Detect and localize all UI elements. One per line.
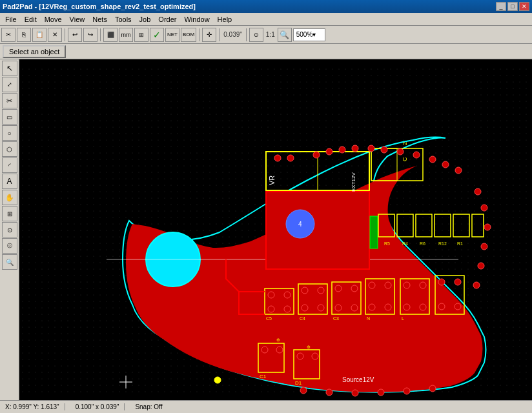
arc-tool-button[interactable]: ◜	[2, 157, 17, 173]
zoom-tool-button[interactable]: 🔍	[2, 254, 17, 270]
delete-button[interactable]: ✕	[48, 28, 62, 42]
svg-point-83	[455, 167, 462, 174]
svg-text:4: 4	[298, 221, 302, 228]
move-button[interactable]: ✛	[202, 28, 216, 42]
svg-point-30	[268, 306, 274, 312]
svg-rect-15	[370, 216, 378, 248]
svg-text:C5: C5	[266, 316, 272, 321]
svg-point-41	[351, 285, 358, 292]
svg-point-42	[335, 305, 342, 311]
svg-text:R5: R5	[384, 241, 390, 246]
menu-view[interactable]: View	[66, 14, 89, 25]
scissors-tool-button[interactable]: ✂	[2, 93, 17, 108]
svg-point-77	[368, 145, 374, 152]
zoom-in-button[interactable]: 🔍	[278, 28, 292, 42]
menu-edit[interactable]: Edit	[21, 14, 41, 25]
svg-point-28	[268, 292, 274, 298]
layers-button[interactable]: ⊞	[2, 206, 17, 221]
grid-button[interactable]: ⊞	[134, 28, 148, 42]
zoom-dropdown[interactable]: 500% ▾	[293, 28, 325, 41]
svg-point-37	[318, 305, 324, 311]
text-tool-button[interactable]: A	[2, 174, 17, 189]
svg-point-82	[442, 161, 449, 168]
svg-point-36	[302, 305, 308, 311]
svg-point-54	[404, 304, 410, 310]
hand-tool-button[interactable]: ✋	[2, 190, 17, 205]
svg-text:EXT12V: EXT12V	[351, 172, 356, 192]
svg-point-59	[455, 279, 461, 285]
close-button[interactable]: ✕	[519, 2, 529, 11]
maximize-button[interactable]: □	[507, 2, 518, 11]
size-section: 0.100" x 0.039"	[76, 403, 125, 410]
svg-point-60	[438, 303, 445, 310]
svg-point-94	[404, 388, 410, 394]
svg-text:D1: D1	[295, 380, 302, 386]
svg-point-92	[352, 390, 358, 396]
svg-point-71	[274, 155, 281, 161]
svg-point-64	[276, 347, 283, 353]
svg-point-35	[318, 287, 324, 294]
cut-button[interactable]: ✂	[1, 28, 15, 42]
svg-point-96	[214, 377, 221, 383]
paste-button[interactable]: 📋	[32, 28, 46, 42]
pcb-canvas[interactable]: 4 C2 VR EXT12V	[19, 59, 532, 400]
svg-text:R4: R4	[402, 241, 408, 246]
menu-job[interactable]: Job	[136, 14, 155, 25]
snap-label: 0.039"	[222, 31, 243, 38]
route-tool-button[interactable]: ⤢	[2, 77, 17, 92]
svg-point-75	[339, 146, 345, 153]
svg-text:R12: R12	[438, 241, 447, 246]
sep3	[199, 28, 200, 41]
svg-point-48	[369, 304, 375, 310]
svg-text:⊕: ⊕	[307, 345, 311, 349]
menu-tools[interactable]: Tools	[111, 14, 136, 25]
svg-point-80	[413, 152, 420, 158]
svg-point-79	[397, 148, 404, 155]
svg-text:Source12V: Source12V	[342, 376, 374, 383]
undo-button[interactable]: ↩	[68, 28, 82, 42]
menu-help[interactable]: Help	[214, 14, 236, 25]
menu-move[interactable]: Move	[41, 14, 66, 25]
svg-text:⊕: ⊕	[276, 337, 280, 342]
select-tool-button[interactable]: ↖	[2, 61, 17, 76]
svg-text:N: N	[367, 316, 370, 321]
netlist-button[interactable]: NET	[165, 28, 179, 42]
sep2	[100, 28, 101, 41]
svg-point-47	[385, 282, 391, 288]
sep4	[219, 28, 220, 41]
status-bar-bottom: X: 0.999" Y: 1.613" 0.100" x 0.039" Snap…	[0, 400, 532, 413]
check-button[interactable]: ✓	[150, 28, 164, 42]
bom-button[interactable]: BOM	[181, 28, 196, 42]
main-area: ↖ ⤢ ✂ ▭ ○ ⬡ ◜ A ✋ ⊞ ⊙ ⦾ 🔍	[0, 59, 532, 400]
redo-button[interactable]: ↪	[83, 28, 97, 42]
canvas-area[interactable]: 4 C2 VR EXT12V	[19, 59, 532, 400]
rectangle-tool-button[interactable]: ▭	[2, 109, 17, 125]
polygon-tool-button[interactable]: ⬡	[2, 141, 17, 157]
minimize-button[interactable]: _	[496, 2, 506, 11]
svg-text:C1: C1	[260, 374, 267, 379]
unit-button[interactable]: mm	[119, 28, 133, 42]
svg-text:C4: C4	[300, 316, 305, 321]
sep1	[65, 28, 65, 41]
via-button[interactable]: ⊙	[2, 222, 17, 237]
menu-window[interactable]: Window	[180, 14, 213, 25]
board-button[interactable]: ⬛	[103, 28, 118, 42]
menu-order[interactable]: Order	[154, 14, 180, 25]
zoom-fit-button[interactable]: ⊙	[249, 28, 263, 42]
copy-button[interactable]: ⎘	[17, 28, 31, 42]
menu-nets[interactable]: Nets	[88, 14, 111, 25]
svg-point-90	[300, 387, 307, 394]
svg-point-86	[484, 224, 491, 230]
svg-point-88	[478, 263, 484, 269]
zoom-ratio-label: 1:1	[265, 31, 276, 38]
svg-point-76	[352, 145, 358, 152]
circle-tool-button[interactable]: ○	[2, 125, 17, 141]
menu-file[interactable]: File	[1, 14, 21, 25]
drill-button[interactable]: ⦾	[2, 238, 17, 254]
svg-point-95	[429, 385, 436, 392]
select-object-button[interactable]: Select an object	[3, 45, 66, 58]
svg-point-29	[284, 292, 291, 298]
title-text: Pad2Pad - [12VReg_custom_shape_rev2_test…	[3, 3, 196, 10]
svg-point-67	[297, 353, 303, 359]
svg-text:R6: R6	[420, 241, 425, 246]
